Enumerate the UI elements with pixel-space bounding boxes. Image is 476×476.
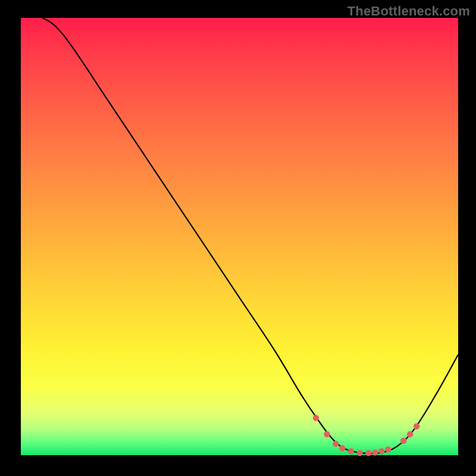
highlight-dot <box>324 431 330 437</box>
highlight-dots <box>313 415 419 456</box>
curve-path <box>43 18 458 454</box>
highlight-dot <box>356 450 362 456</box>
highlight-dot <box>365 450 371 456</box>
highlight-dot <box>407 431 413 437</box>
chart-root: TheBottleneck.com <box>0 0 476 476</box>
highlight-dot <box>372 449 378 455</box>
bottleneck-curve <box>21 18 458 455</box>
highlight-dot <box>348 448 354 454</box>
highlight-dot <box>333 441 339 447</box>
highlight-dot <box>339 445 345 451</box>
highlight-dot <box>414 423 419 429</box>
highlight-dot <box>400 438 406 444</box>
highlight-dot <box>313 415 319 421</box>
watermark-label: TheBottleneck.com <box>347 4 470 19</box>
plot-area <box>21 18 458 455</box>
highlight-dot <box>385 446 391 452</box>
highlight-dot <box>378 448 384 454</box>
